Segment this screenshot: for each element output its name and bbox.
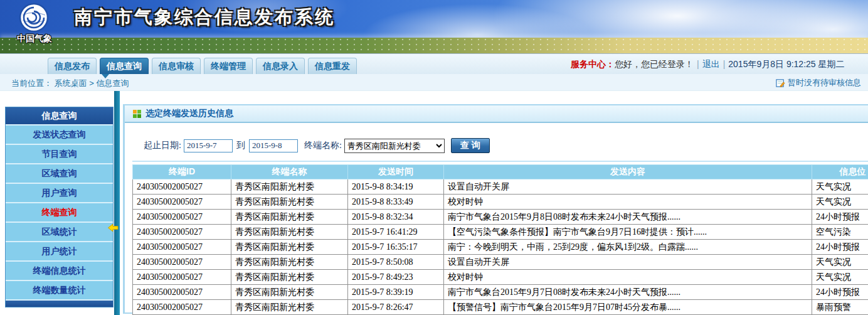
cell-info-type: 24小时预报 xyxy=(812,210,868,225)
sidebar-item[interactable]: 区域统计 xyxy=(6,222,113,241)
cell-send-time: 2015-9-7 16:41:29 xyxy=(348,225,444,240)
sidebar-footer xyxy=(6,299,113,307)
cell-terminal-id: 240305002005027 xyxy=(133,225,231,240)
breadcrumb-separator: > xyxy=(89,78,94,88)
breadcrumb-current-link[interactable]: 信息查询 xyxy=(96,78,129,88)
col-header-info-type: 信息位 xyxy=(812,165,868,179)
collapse-sidebar-arrow-icon[interactable] xyxy=(107,223,119,232)
history-table-body: 240305002005027 青秀区南阳新光村委 2015-9-8 8:34:… xyxy=(133,179,868,315)
sidebar-item[interactable]: 发送状态查询 xyxy=(6,124,113,144)
breadcrumb-bar: 当前位置： 系统桌面 > 信息查询 暂时没有待审核信息 xyxy=(0,74,868,91)
nav-tab[interactable]: 终端管理 xyxy=(204,58,253,74)
note-icon xyxy=(776,78,785,88)
cell-send-content: 【空气污染气象条件预报】南宁市气象台9月7日16时提供：预计...... xyxy=(444,225,812,240)
separator: | xyxy=(697,59,699,69)
nav-tab[interactable]: 信息发布 xyxy=(48,58,97,74)
table-row: 240305002005027 青秀区南阳新光村委 2015-9-8 8:32:… xyxy=(133,210,868,225)
nav-tab[interactable]: 信息审核 xyxy=(152,58,201,74)
cell-send-time: 2015-9-7 16:35:17 xyxy=(348,240,444,255)
cell-send-time: 2015-9-7 8:26:47 xyxy=(348,300,444,315)
cell-terminal-id: 240305002005027 xyxy=(133,270,231,285)
query-form: 起止日期: 到 终端名称: 青秀区南阳新光村委 查 询 xyxy=(144,138,868,153)
date-range-label: 起止日期: xyxy=(144,140,181,151)
cell-terminal-name: 青秀区南阳新光村委 xyxy=(231,210,348,225)
cell-send-time: 2015-9-7 8:49:23 xyxy=(348,270,444,285)
sidebar-item[interactable]: 节目查询 xyxy=(6,144,113,163)
cell-send-content: 南宁：今晚到明天，中雨，25到29度，偏东风1到2级。白露踹...... xyxy=(444,240,812,255)
sidebar-item[interactable]: 终端数量统计 xyxy=(6,280,113,299)
modules-grid-icon xyxy=(133,110,141,118)
nav-tabs: 信息发布信息查询信息审核终端管理信息录入信息重发 xyxy=(48,58,357,74)
breadcrumb-home-link[interactable]: 系统桌面 xyxy=(55,78,87,88)
sidebar-item[interactable]: 终端信息统计 xyxy=(6,260,113,280)
cell-info-type: 空气污染 xyxy=(812,225,868,240)
cell-terminal-id: 240305002005027 xyxy=(133,255,231,270)
table-row: 240305002005027 青秀区南阳新光村委 2015-9-7 16:41… xyxy=(133,225,868,240)
sidebar-item[interactable]: 区域查询 xyxy=(6,163,113,183)
table-row: 240305002005027 青秀区南阳新光村委 2015-9-8 8:34:… xyxy=(133,179,868,195)
cell-info-type: 天气实况 xyxy=(812,270,868,285)
cell-terminal-name: 青秀区南阳新光村委 xyxy=(231,195,348,210)
sidebar-item[interactable]: 终端查询 xyxy=(6,202,113,222)
cell-info-type: 天气实况 xyxy=(812,255,868,270)
cell-terminal-name: 青秀区南阳新光村委 xyxy=(231,179,348,195)
login-greeting: 您好，您已经登录！ xyxy=(615,59,694,69)
cell-terminal-id: 240305002005027 xyxy=(133,195,231,210)
sidebar-divider xyxy=(114,91,120,315)
sidebar-menu: 发送状态查询节目查询区域查询用户查询终端查询区域统计用户统计终端信息统计终端数量… xyxy=(6,124,113,299)
cell-terminal-name: 青秀区南阳新光村委 xyxy=(231,285,348,300)
query-button[interactable]: 查 询 xyxy=(451,138,490,153)
table-row: 240305002005027 青秀区南阳新光村委 2015-9-7 16:35… xyxy=(133,240,868,255)
nav-tab[interactable]: 信息重发 xyxy=(308,58,357,74)
cell-send-time: 2015-9-8 8:33:49 xyxy=(348,195,444,210)
cell-info-type: 24小时预报 xyxy=(812,240,868,255)
cell-terminal-id: 240305002005027 xyxy=(133,179,231,195)
form-separator xyxy=(132,161,868,162)
cell-send-time: 2015-9-8 8:32:34 xyxy=(348,210,444,225)
site-title: 南宁市气象综合信息发布系统 xyxy=(74,5,335,30)
breadcrumb-label: 当前位置： xyxy=(11,78,52,88)
table-row: 240305002005027 青秀区南阳新光村委 2015-9-7 8:50:… xyxy=(133,255,868,270)
cell-info-type: 24小时预报 xyxy=(812,285,868,300)
date-from-input[interactable] xyxy=(184,139,233,152)
cell-send-content: 设置自动开关屏 xyxy=(444,179,812,195)
service-line: 服务中心：您好，您已经登录！|退出|2015年9月8日 9:12:25 星期二 xyxy=(571,59,845,70)
table-row: 240305002005027 青秀区南阳新光村委 2015-9-7 8:49:… xyxy=(133,270,868,285)
nav-tab[interactable]: 信息录入 xyxy=(256,58,305,74)
cell-terminal-name: 青秀区南阳新光村委 xyxy=(231,225,348,240)
history-table-head: 终端ID 终端名称 发送时间 发送内容 信息位 xyxy=(133,165,868,179)
cell-terminal-name: 青秀区南阳新光村委 xyxy=(231,300,348,315)
breadcrumb: 当前位置： 系统桌面 > 信息查询 xyxy=(11,78,129,89)
logo-caption: 中国气象 xyxy=(8,33,61,45)
cell-terminal-id: 240305002005027 xyxy=(133,285,231,300)
table-row: 240305002005027 青秀区南阳新光村委 2015-9-8 8:33:… xyxy=(133,195,868,210)
separator: | xyxy=(723,59,726,69)
terminal-select[interactable]: 青秀区南阳新光村委 xyxy=(344,139,445,153)
sidebar-item[interactable]: 用户查询 xyxy=(6,183,113,202)
cell-send-content: 校对时钟 xyxy=(444,195,812,210)
cell-info-type: 天气实况 xyxy=(812,179,868,195)
history-table: 终端ID 终端名称 发送时间 发送内容 信息位 240305002005027 … xyxy=(132,164,868,315)
sidebar-item[interactable]: 用户统计 xyxy=(6,241,113,260)
cell-send-content: 设置自动开关屏 xyxy=(444,255,812,270)
cma-logo-icon xyxy=(19,3,49,33)
col-header-terminal-id: 终端ID xyxy=(133,165,231,179)
col-header-terminal-name: 终端名称 xyxy=(231,165,348,179)
cell-terminal-name: 青秀区南阳新光村委 xyxy=(231,270,348,285)
logout-link[interactable]: 退出 xyxy=(702,59,720,69)
pending-review-note[interactable]: 暂时没有待审核信息 xyxy=(776,77,861,88)
pending-review-text: 暂时没有待审核信息 xyxy=(788,77,861,88)
date-to-input[interactable] xyxy=(249,139,298,152)
table-row: 240305002005027 青秀区南阳新光村委 2015-9-7 8:26:… xyxy=(133,300,868,315)
navbar: 信息发布信息查询信息审核终端管理信息录入信息重发 服务中心：您好，您已经登录！|… xyxy=(0,54,868,74)
terminal-name-label: 终端名称: xyxy=(304,140,342,151)
table-row: 240305002005027 青秀区南阳新光村委 2015-9-7 8:39:… xyxy=(133,285,868,300)
col-header-send-content: 发送内容 xyxy=(444,165,812,179)
datetime-text: 2015年9月8日 9:12:25 星期二 xyxy=(728,59,844,69)
nav-tab[interactable]: 信息查询 xyxy=(100,58,149,74)
cell-info-type: 暴雨预警 xyxy=(812,300,868,315)
sidebar: 信息查询 发送状态查询节目查询区域查询用户查询终端查询区域统计用户统计终端信息统… xyxy=(5,107,114,307)
col-header-send-time: 发送时间 xyxy=(348,165,444,179)
panel-header: 选定终端发送历史信息 xyxy=(125,105,868,123)
cell-terminal-name: 青秀区南阳新光村委 xyxy=(231,240,348,255)
